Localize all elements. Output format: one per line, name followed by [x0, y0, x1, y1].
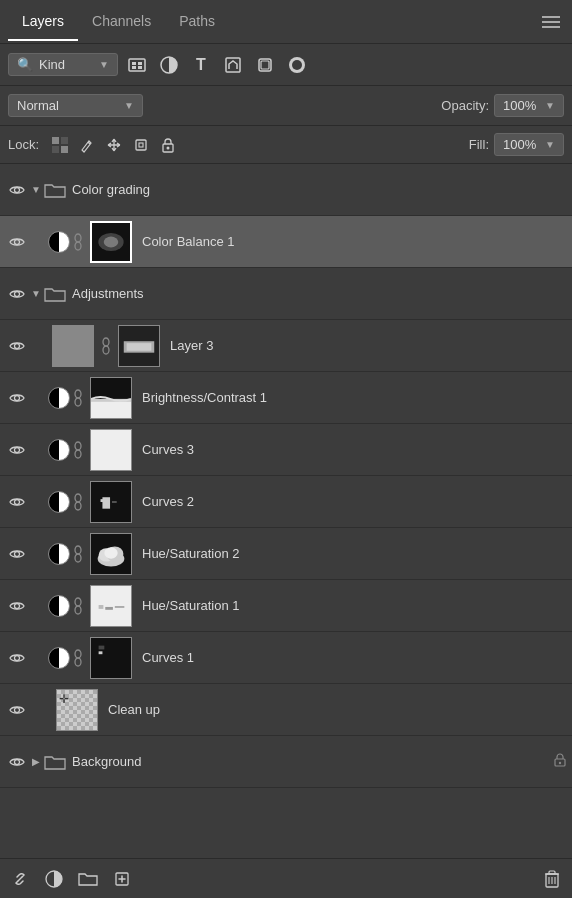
layer-name-color-balance-1: Color Balance 1 — [142, 234, 566, 249]
tab-channels[interactable]: Channels — [78, 3, 165, 41]
layer-name-layer-3: Layer 3 — [170, 338, 566, 353]
layer-row-curves-1[interactable]: Curves 1 — [0, 632, 572, 684]
blend-arrow-icon: ▼ — [124, 100, 134, 111]
adjustment-icon-curves-3 — [48, 439, 70, 461]
lock-paint-icon[interactable] — [76, 134, 98, 156]
filter-shape-icon[interactable] — [220, 52, 246, 78]
folder-icon-background — [44, 753, 66, 771]
visibility-icon-curves-3[interactable] — [6, 439, 28, 461]
svg-point-43 — [75, 450, 81, 458]
layer-row-color-grading[interactable]: ▼ Color grading — [0, 164, 572, 216]
visibility-icon-hue-sat-2[interactable] — [6, 543, 28, 565]
blend-mode-select[interactable]: Normal ▼ — [8, 94, 143, 117]
layer-name-hue-sat-2: Hue/Saturation 2 — [142, 546, 566, 561]
svg-point-23 — [75, 242, 81, 250]
layer-row-layer-3[interactable]: Layer 3 — [0, 320, 572, 372]
svg-rect-11 — [52, 137, 59, 144]
visibility-icon-color-balance-1[interactable] — [6, 231, 28, 253]
lock-artboard-icon[interactable] — [130, 134, 152, 156]
adjustment-icon-hue-sat-1 — [48, 595, 70, 617]
layers-list: ▼ Color grading — [0, 164, 572, 858]
layer-row-brightness-contrast-1[interactable]: Brightness/Contrast 1 — [0, 372, 572, 424]
fill-value-select[interactable]: 100% ▼ — [494, 133, 564, 156]
folder-icon-color-grading — [44, 181, 66, 199]
layer-name-curves-1: Curves 1 — [142, 650, 566, 665]
svg-rect-82 — [549, 871, 555, 874]
filter-smartobj-icon[interactable] — [252, 52, 278, 78]
lock-fill-toolbar: Lock: — [0, 126, 572, 164]
tab-paths[interactable]: Paths — [165, 3, 229, 41]
visibility-icon-hue-sat-1[interactable] — [6, 595, 28, 617]
adjustment-layer-icon[interactable] — [42, 867, 66, 891]
layer-name-brightness-contrast-1: Brightness/Contrast 1 — [142, 390, 566, 405]
layer-row-hue-sat-1[interactable]: Hue/Saturation 1 — [0, 580, 572, 632]
collapse-icon-color-grading[interactable]: ▼ — [28, 182, 44, 198]
link-icon[interactable] — [8, 867, 32, 891]
fill-group: Fill: 100% ▼ — [469, 133, 564, 156]
svg-rect-0 — [129, 59, 145, 71]
collapse-icon-adjustments[interactable]: ▼ — [28, 286, 44, 302]
thumb-hue-sat-2 — [90, 533, 132, 575]
kind-select[interactable]: 🔍 Kind ▼ — [8, 53, 118, 76]
tabs-bar: Layers Channels Paths — [0, 0, 572, 44]
tab-layers[interactable]: Layers — [8, 3, 78, 41]
layer-row-adjustments[interactable]: ▼ Adjustments — [0, 268, 572, 320]
visibility-icon-layer-3[interactable] — [6, 335, 28, 357]
lock-all-icon[interactable] — [157, 134, 179, 156]
svg-rect-65 — [105, 606, 113, 609]
visibility-icon-background[interactable] — [6, 751, 28, 773]
visibility-icon-brightness-contrast-1[interactable] — [6, 387, 28, 409]
lock-icons — [49, 134, 179, 156]
layer-name-color-grading: Color grading — [72, 182, 566, 197]
layer-row-background[interactable]: ▶ Background — [0, 736, 572, 788]
chain-icon-hue-sat-1[interactable] — [70, 595, 86, 617]
delete-layer-icon[interactable] — [540, 867, 564, 891]
layer-row-curves-2[interactable]: Curves 2 — [0, 476, 572, 528]
layer-name-curves-2: Curves 2 — [142, 494, 566, 509]
thumb-curves-1 — [90, 637, 132, 679]
svg-rect-3 — [132, 66, 136, 69]
svg-rect-48 — [91, 482, 131, 522]
svg-point-62 — [75, 606, 81, 614]
svg-rect-4 — [138, 66, 142, 69]
chain-icon-brightness-contrast-1[interactable] — [70, 387, 86, 409]
layer-row-hue-sat-2[interactable]: Hue/Saturation 2 — [0, 528, 572, 580]
layer-name-clean-up: Clean up — [108, 702, 566, 717]
svg-point-36 — [75, 390, 81, 398]
filter-pixel-icon[interactable] — [124, 52, 150, 78]
filter-adjustment-icon[interactable] — [156, 52, 182, 78]
chain-icon-hue-sat-2[interactable] — [70, 543, 86, 565]
svg-rect-72 — [99, 651, 103, 654]
collapse-icon-background[interactable]: ▶ — [28, 754, 44, 770]
chain-icon-color-balance-1[interactable] — [70, 231, 86, 253]
chain-icon-curves-2[interactable] — [70, 491, 86, 513]
visibility-icon-color-grading[interactable] — [6, 179, 28, 201]
thumb-clean-up: ✛ — [56, 689, 98, 731]
visibility-icon-curves-2[interactable] — [6, 491, 28, 513]
adjustment-icon-curves-2 — [48, 491, 70, 513]
svg-rect-50 — [101, 499, 104, 502]
chain-icon-curves-3[interactable] — [70, 439, 86, 461]
bottom-toolbar — [0, 858, 572, 898]
lock-move-icon[interactable] — [103, 134, 125, 156]
new-layer-icon[interactable] — [110, 867, 134, 891]
folder-new-icon[interactable] — [76, 867, 100, 891]
filter-extra-icon[interactable] — [284, 52, 310, 78]
layer-row-color-balance-1[interactable]: Color Balance 1 — [0, 216, 572, 268]
chain-icon-curves-1[interactable] — [70, 647, 86, 669]
svg-rect-71 — [99, 645, 105, 649]
visibility-icon-clean-up[interactable] — [6, 699, 28, 721]
chain-icon-layer-3[interactable] — [98, 335, 114, 357]
filter-type-icon[interactable]: T — [188, 52, 214, 78]
lock-transparent-icon[interactable] — [49, 134, 71, 156]
search-icon: 🔍 — [17, 57, 33, 72]
lock-label: Lock: — [8, 137, 39, 152]
svg-point-27 — [15, 291, 20, 296]
layer-row-curves-3[interactable]: Curves 3 — [0, 424, 572, 476]
visibility-icon-curves-1[interactable] — [6, 647, 28, 669]
panel-menu-button[interactable] — [538, 12, 564, 32]
opacity-value-select[interactable]: 100% ▼ — [494, 94, 564, 117]
layer-row-clean-up[interactable]: ✛ Clean up — [0, 684, 572, 736]
visibility-icon-adjustments[interactable] — [6, 283, 28, 305]
layer-name-background: Background — [72, 754, 554, 769]
